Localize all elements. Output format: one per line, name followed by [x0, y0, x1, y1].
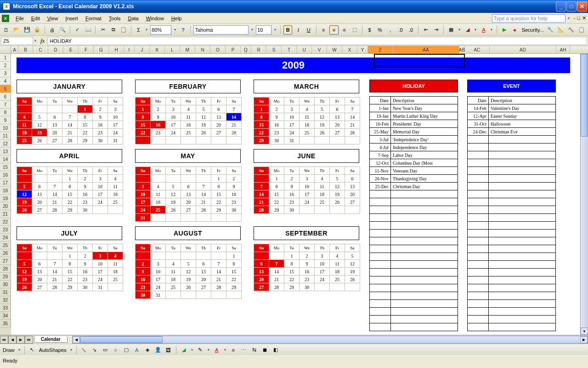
- day-cell[interactable]: 8: [254, 113, 269, 121]
- day-cell[interactable]: 27: [196, 283, 211, 291]
- draw-line-color-icon[interactable]: ✎: [196, 345, 205, 355]
- side-date-cell[interactable]: [468, 136, 489, 144]
- day-cell[interactable]: 17: [151, 276, 166, 283]
- line-icon[interactable]: ＼: [79, 345, 89, 355]
- day-cell[interactable]: 8: [78, 113, 93, 121]
- zoom-dropdown-icon[interactable]: ▾: [173, 28, 177, 32]
- day-cell[interactable]: 16: [136, 276, 151, 283]
- day-cell[interactable]: 4: [17, 113, 32, 121]
- side-desc-cell[interactable]: [489, 269, 556, 276]
- row-header[interactable]: 26: [0, 249, 11, 257]
- day-cell[interactable]: 8: [211, 183, 226, 190]
- day-cell[interactable]: [211, 137, 226, 144]
- column-header[interactable]: V: [312, 46, 327, 53]
- close-button[interactable]: ✕: [577, 1, 587, 12]
- row-header[interactable]: 6: [0, 93, 11, 101]
- day-cell[interactable]: 21: [196, 198, 211, 206]
- column-header[interactable]: Y: [357, 46, 368, 53]
- day-cell[interactable]: 15: [226, 268, 242, 276]
- side-date-cell[interactable]: 19-Jan: [370, 112, 391, 120]
- side-desc-cell[interactable]: [489, 316, 556, 323]
- dash-style-icon[interactable]: ⋯: [239, 345, 249, 355]
- day-cell[interactable]: 5: [17, 260, 32, 268]
- side-date-cell[interactable]: [468, 276, 489, 284]
- day-cell[interactable]: 7: [62, 113, 78, 121]
- column-header[interactable]: J: [135, 46, 150, 53]
- day-cell[interactable]: 23: [151, 129, 166, 137]
- day-cell[interactable]: 10: [315, 260, 330, 268]
- font-name-dropdown-icon[interactable]: ▾: [250, 28, 254, 32]
- day-cell[interactable]: 24: [300, 198, 315, 206]
- day-cell[interactable]: 5: [196, 105, 211, 113]
- side-date-cell[interactable]: [370, 276, 391, 284]
- side-date-cell[interactable]: 16-Feb: [370, 120, 391, 128]
- day-cell[interactable]: 25: [181, 129, 196, 137]
- side-date-cell[interactable]: [468, 206, 489, 214]
- day-cell[interactable]: 24: [136, 206, 151, 214]
- new-file-icon[interactable]: 🗋: [2, 25, 11, 34]
- day-cell[interactable]: 19: [315, 121, 330, 129]
- row-header[interactable]: 23: [0, 226, 11, 234]
- day-cell[interactable]: 20: [32, 276, 47, 283]
- side-date-cell[interactable]: [468, 230, 489, 237]
- day-cell[interactable]: 1: [284, 252, 300, 260]
- day-cell[interactable]: 9: [78, 183, 93, 190]
- row-header[interactable]: 12: [0, 140, 11, 148]
- row-header[interactable]: 9: [0, 116, 11, 124]
- day-cell[interactable]: 24: [166, 129, 181, 137]
- side-date-cell[interactable]: 12-Oct: [370, 159, 391, 167]
- day-cell[interactable]: [151, 252, 166, 260]
- day-cell[interactable]: 5: [345, 252, 360, 260]
- day-cell[interactable]: 12: [330, 183, 345, 190]
- column-header[interactable]: K: [150, 46, 165, 53]
- merge-center-icon[interactable]: ⬚: [350, 25, 359, 34]
- oval-icon[interactable]: ○: [111, 345, 120, 355]
- design-mode-icon[interactable]: 📐: [556, 25, 565, 34]
- clipart-icon[interactable]: 👤: [153, 345, 163, 355]
- day-cell[interactable]: 9: [78, 260, 93, 268]
- day-cell[interactable]: 11: [108, 260, 123, 268]
- day-cell[interactable]: 21: [226, 121, 242, 129]
- day-cell[interactable]: [196, 252, 211, 260]
- day-cell[interactable]: [181, 137, 196, 144]
- day-cell[interactable]: 8: [62, 183, 78, 190]
- minimize-button[interactable]: _: [556, 1, 566, 12]
- day-cell[interactable]: 2: [93, 105, 108, 113]
- side-desc-cell[interactable]: [489, 151, 556, 159]
- day-cell[interactable]: 22: [226, 276, 242, 283]
- side-date-cell[interactable]: 31-Oct: [468, 120, 489, 128]
- day-cell[interactable]: 10: [93, 183, 108, 190]
- day-cell[interactable]: [151, 137, 166, 144]
- column-header[interactable]: AB: [459, 46, 465, 53]
- side-desc-cell[interactable]: [391, 245, 458, 253]
- day-cell[interactable]: 17: [93, 268, 108, 276]
- borders-icon[interactable]: ▦: [447, 25, 456, 34]
- day-cell[interactable]: 14: [62, 121, 78, 129]
- side-date-cell[interactable]: 4-Jul: [370, 144, 391, 151]
- day-cell[interactable]: 29: [62, 206, 78, 214]
- menu-view[interactable]: View: [44, 15, 62, 22]
- 3d-icon[interactable]: ◧: [271, 345, 280, 355]
- column-header[interactable]: S: [266, 46, 282, 53]
- day-cell[interactable]: [345, 206, 360, 214]
- side-desc-cell[interactable]: [489, 206, 556, 214]
- day-cell[interactable]: 2: [78, 175, 93, 183]
- day-cell[interactable]: 30: [269, 137, 284, 144]
- side-date-cell[interactable]: [468, 237, 489, 245]
- day-cell[interactable]: 15: [62, 190, 78, 198]
- day-cell[interactable]: 1: [269, 175, 284, 183]
- side-desc-cell[interactable]: [489, 292, 556, 300]
- day-cell[interactable]: [330, 283, 345, 291]
- day-cell[interactable]: 21: [269, 276, 284, 283]
- day-cell[interactable]: 6: [330, 105, 345, 113]
- ask-a-question-box[interactable]: Type a question for help: [492, 14, 565, 23]
- day-cell[interactable]: 11: [166, 268, 181, 276]
- day-cell[interactable]: 26: [181, 283, 196, 291]
- vbe-icon[interactable]: 🔧: [546, 25, 555, 34]
- day-cell[interactable]: [196, 214, 211, 222]
- day-cell[interactable]: 19: [181, 276, 196, 283]
- day-cell[interactable]: 12: [345, 260, 360, 268]
- save-icon[interactable]: 💾: [23, 25, 32, 34]
- day-cell[interactable]: 9: [300, 260, 315, 268]
- day-cell[interactable]: 22: [211, 198, 226, 206]
